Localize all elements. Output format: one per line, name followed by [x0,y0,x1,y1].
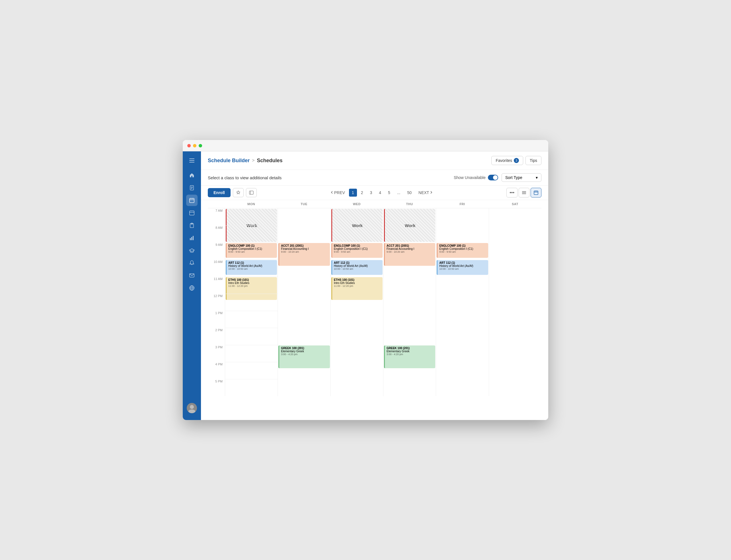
next-button[interactable]: NEXT [416,189,435,197]
tue-acct-time: 9:00 - 10:20 am [281,250,328,253]
breadcrumb-link[interactable]: Schedule Builder [208,158,250,164]
page-2-button[interactable]: 2 [358,189,366,197]
page-ellipsis: ... [394,189,404,197]
page-3-button[interactable]: 3 [367,189,375,197]
prev-button[interactable]: PREV [328,189,348,197]
svg-rect-2 [189,162,194,162]
svg-rect-26 [249,191,253,194]
thu-acct-event[interactable]: ACCT 201 (2001) Financial Accounting I 9… [384,243,435,266]
favorite-button[interactable] [233,188,244,197]
mon-work-event[interactable]: Work [226,209,277,242]
tips-button[interactable]: Tips [526,156,542,165]
time-5pm: 5 PM [208,379,225,396]
titlebar [183,140,548,151]
mon-eths-event[interactable]: ETHS 100 (101) Intro Eth Studies 11:00 -… [226,277,277,300]
toolbar: Select a class to view additional detail… [201,170,548,186]
svg-rect-7 [189,198,194,203]
show-unavailable-toggle: Show Unavailable [454,175,498,180]
maximize-button[interactable] [199,144,202,147]
mon-eths-time: 11:00 - 12:20 pm [228,285,275,287]
calendar-area: MON TUE WED THU FRI SAT 7 AM 8 AM 9 AM 1… [201,200,548,420]
svg-rect-17 [193,236,193,240]
sidebar-icon-graduation[interactable] [186,245,197,256]
time-3pm: 3 PM [208,345,225,362]
fri-header: FRI [436,200,489,208]
svg-rect-31 [534,191,538,195]
page-4-button[interactable]: 4 [376,189,384,197]
thu-work-event[interactable]: Work [384,209,435,242]
day-friday: ENGLCOMP 100 (1) English Composition I (… [436,208,489,396]
sidebar-icon-calendar[interactable] [186,207,197,219]
mon-eths-name: Intro Eth Studies [228,281,275,285]
calendar-body: 7 AM 8 AM 9 AM 10 AM 11 AM 12 PM 1 PM 2 … [208,208,542,396]
wed-englcomp-event[interactable]: ENGLCOMP 100 (1) English Composition I (… [331,243,383,258]
close-button[interactable] [187,144,191,147]
pagination: PREV 1 2 3 4 5 ... 50 NEXT [328,189,435,197]
time-header [208,200,225,208]
time-9am: 9 AM [208,242,225,260]
time-1pm: 1 PM [208,311,225,328]
mon-englcomp-name: English Composition I (C1) [228,247,275,250]
time-8am: 8 AM [208,225,225,242]
sidebar-icon-clipboard[interactable] [186,220,197,231]
fri-art-event[interactable]: ART 112 (1) History of World Art (As/Af)… [437,260,488,275]
page-50-button[interactable]: 50 [404,189,415,197]
day-thursday: Work ACCT 201 (2001) Financial Accountin… [383,208,436,396]
sidebar-icon-schedule[interactable] [186,195,197,206]
tue-acct-event[interactable]: ACCT 201 (2001) Financial Accounting I 9… [278,243,329,266]
mon-eths-code: ETHS 100 (101) [228,278,275,281]
sidebar-icon-bell[interactable] [186,257,197,269]
page-1-button[interactable]: 1 [349,189,357,197]
wed-eths-event[interactable]: ETHS 100 (101) Intro Eth Studies 11:00 -… [331,277,383,300]
unavailable-toggle-switch[interactable] [488,175,498,180]
minimize-button[interactable] [193,144,196,147]
sat-header: SAT [489,200,542,208]
sidebar-icon-chart[interactable] [186,232,197,244]
sidebar-icon-home[interactable] [186,170,197,181]
time-12pm: 12 PM [208,294,225,311]
day-wednesday: Work ENGLCOMP 100 (1) English Compositio… [330,208,383,396]
mon-art-code: ART 112 (1) [228,261,275,264]
calendar-view-button[interactable] [531,188,542,197]
wed-art-event[interactable]: ART 112 (1) History of World Art (As/Af)… [331,260,383,275]
sidebar-icon-menu[interactable] [186,155,197,166]
sidebar-icon-mail[interactable] [186,270,197,281]
select-class-text: Select a class to view additional detail… [208,175,281,180]
mon-art-name: History of World Art (As/Af) [228,264,275,267]
day-saturday [489,208,542,396]
wed-work-event[interactable]: Work [331,209,383,242]
sidebar [183,151,201,420]
app-window: Schedule Builder > Schedules Favorites 3… [183,140,548,420]
sidebar-icon-document[interactable] [186,182,197,193]
calendar-header: MON TUE WED THU FRI SAT [208,200,542,208]
tue-greek-time: 3:00 - 4:20 pm [281,353,328,356]
favorites-label: Favorites [496,158,512,163]
view-buttons: ••• [507,188,542,197]
time-column: 7 AM 8 AM 9 AM 10 AM 11 AM 12 PM 1 PM 2 … [208,208,225,396]
mon-art-event[interactable]: ART 112 (1) History of World Art (As/Af)… [226,260,277,275]
sidebar-icon-globe[interactable] [186,282,197,294]
favorites-button[interactable]: Favorites 3 [491,156,523,165]
tue-acct-name: Financial Accounting I [281,247,328,250]
day-monday: Work ENGLCOMP 100 (1) English Compositio… [225,208,277,396]
more-options-button[interactable]: ••• [507,188,518,197]
svg-rect-0 [189,158,194,159]
compare-button[interactable] [246,188,257,197]
time-7am: 7 AM [208,208,225,225]
time-11am: 11 AM [208,277,225,294]
tue-acct-code: ACCT 201 (2001) [281,244,328,247]
page-5-button[interactable]: 5 [385,189,393,197]
mon-englcomp-event[interactable]: ENGLCOMP 100 (1) English Composition I (… [226,243,277,258]
tue-header: TUE [277,200,330,208]
tue-greek-code: GREEK 100 (201) [281,347,328,350]
sort-type-dropdown[interactable]: Sort Type ▾ [502,173,542,182]
thu-header: THU [383,200,436,208]
enroll-button[interactable]: Enroll [208,188,230,197]
show-unavailable-label: Show Unavailable [454,175,486,180]
tue-greek-event[interactable]: GREEK 100 (201) Elementary Greek 3:00 - … [278,345,329,368]
avatar[interactable] [187,403,197,413]
thu-greek-event[interactable]: GREEK 100 (201) Elementary Greek 3:00 - … [384,345,435,368]
fri-englcomp-event[interactable]: ENGLCOMP 100 (1) English Composition I (… [437,243,488,258]
list-view-button[interactable] [519,188,530,197]
toolbar-right: Show Unavailable Sort Type ▾ [454,173,542,182]
